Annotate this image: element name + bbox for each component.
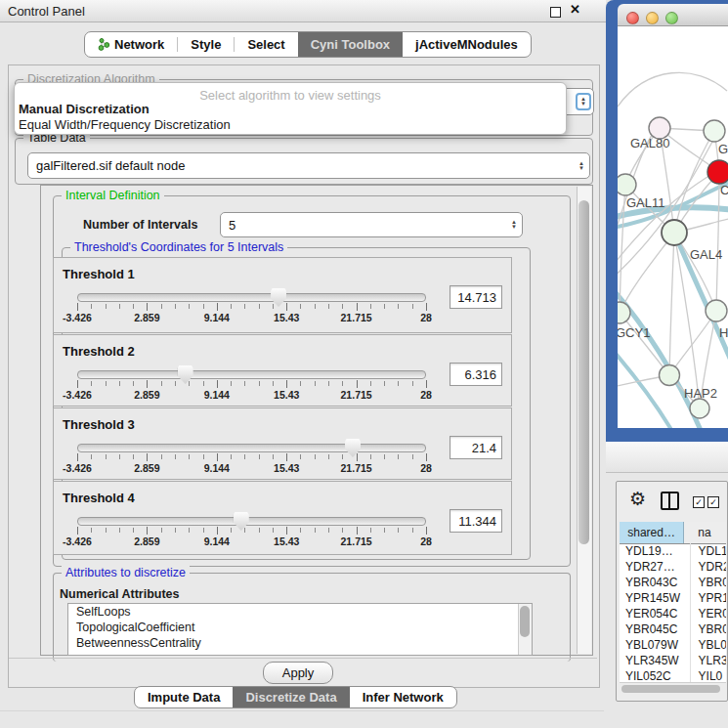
control-panel-titlebar: Control Panel ✕ <box>0 0 606 22</box>
threshold-label: Threshold 1 <box>63 267 135 281</box>
slider-tick-labels: -3.4262.8599.14415.4321.71528 <box>77 312 426 323</box>
table-panel-header: Table Panel <box>606 442 728 473</box>
combo-arrows-icon[interactable]: ▲▼ <box>511 220 517 230</box>
node-h[interactable] <box>706 300 727 321</box>
node-label-gal4: GAL4 <box>690 247 722 262</box>
node-gal11[interactable] <box>618 174 636 195</box>
tab-network[interactable]: Network <box>85 32 177 57</box>
node-g[interactable] <box>704 120 725 142</box>
dropdown-option-manual[interactable]: Manual Discretization <box>18 102 563 117</box>
node-label-hap2: HAP2 <box>684 386 717 401</box>
list-item[interactable]: SelfLoops <box>68 604 532 620</box>
list-item[interactable]: TopologicalCoefficient <box>68 620 532 635</box>
node-hap2[interactable] <box>660 365 680 386</box>
app-root: Control Panel ✕ Network Style Select Cyn… <box>0 0 728 728</box>
network-window-titlebar <box>618 4 728 26</box>
tab-impute-data[interactable]: Impute Data <box>135 687 233 707</box>
slider-track[interactable] <box>77 444 426 452</box>
table-rows: YDL19…YDL1 YDR27…YDR2 YBR043CYBR0 YPR145… <box>620 543 726 682</box>
intervals-combobox[interactable]: 5 ▲▼ <box>220 212 523 237</box>
apply-button[interactable]: Apply <box>263 662 333 684</box>
close-icon[interactable]: ✕ <box>570 2 580 17</box>
list-item[interactable]: BetweennessCentrality <box>68 635 532 651</box>
checkbox-icon[interactable]: ✓ <box>707 496 719 508</box>
algorithm-dropdown-popup: Select algorithm to view settings Manual… <box>14 82 567 135</box>
tab-jactivemnodules[interactable]: jActiveMNodules <box>403 32 531 57</box>
table-horizontal-scrollbar[interactable] <box>620 682 726 695</box>
slider-tick-labels: -3.4262.8599.14415.4321.71528 <box>77 535 426 547</box>
table-row[interactable]: YER054CYER0 <box>620 606 726 621</box>
node-label-partial-c: C <box>720 183 728 197</box>
dropdown-placeholder: Select algorithm to view settings <box>15 88 566 103</box>
tab-label: Cyni Toolbox <box>311 37 390 52</box>
combo-arrows-icon[interactable]: ▲▼ <box>576 93 591 110</box>
table-data-combobox[interactable]: galFiltered.sif default node ▲▼ <box>27 152 590 179</box>
node-partial[interactable] <box>690 399 709 418</box>
node-label-gcy1: GCY1 <box>618 325 650 340</box>
group-title: Attributes to discretize <box>62 566 190 579</box>
gear-icon[interactable]: ⚙ <box>629 488 646 510</box>
number-of-intervals-label: Number of Intervals <box>83 218 197 232</box>
threshold-value-field[interactable]: 6.316 <box>450 363 502 386</box>
dropdown-option-equal-width[interactable]: Equal Width/Frequency Discretization <box>18 117 563 133</box>
table-row[interactable]: YBR045CYBR0 <box>620 621 726 637</box>
split-view-icon[interactable] <box>661 492 679 510</box>
scrollbar-thumb[interactable] <box>578 200 589 544</box>
zoom-traffic-light[interactable] <box>665 12 678 24</box>
threshold-label: Threshold 3 <box>63 417 135 432</box>
threshold-value-field[interactable]: 11.344 <box>450 509 502 533</box>
column-header-name[interactable]: na <box>684 522 726 543</box>
tab-label: jActiveMNodules <box>415 37 518 52</box>
node-red-selected[interactable] <box>707 160 728 184</box>
column-header-shared[interactable]: shared… <box>620 522 684 543</box>
combo-value: galFiltered.sif default node <box>36 158 185 173</box>
tab-discretize-data[interactable]: Discretize Data <box>233 687 349 707</box>
node-label-gal11: GAL11 <box>626 195 665 210</box>
tab-infer-network[interactable]: Infer Network <box>350 687 456 707</box>
table-row[interactable]: YBL079WYBL0 <box>620 637 726 653</box>
network-icon <box>98 38 109 51</box>
network-canvas: GAL80 G C GAL11 GAL4 GCY1 H HAP2 <box>618 26 728 428</box>
panel-scrollbar[interactable] <box>577 187 591 654</box>
close-traffic-light[interactable] <box>626 12 639 24</box>
table-row[interactable]: YLR345WYLR3 <box>620 653 726 668</box>
table-row[interactable]: YDR27…YDR2 <box>620 559 726 575</box>
slider-major-ticks <box>77 453 426 461</box>
threshold-value-field[interactable]: 21.4 <box>450 436 502 459</box>
combo-arrows-icon[interactable]: ▲▼ <box>578 161 584 171</box>
combo-value: 5 <box>229 218 236 233</box>
slider-track[interactable] <box>77 517 426 526</box>
minimize-traffic-light[interactable] <box>646 12 659 24</box>
bottom-tab-bar: Impute Data Discretize Data Infer Networ… <box>134 686 457 708</box>
table-row[interactable]: YIL052CYIL0 <box>620 668 726 682</box>
threshold-value-field[interactable]: 14.713 <box>450 285 502 309</box>
list-scrollbar[interactable] <box>518 604 532 655</box>
tab-label: Discretize Data <box>245 690 336 705</box>
table-header-row: shared… na <box>620 522 726 544</box>
table-row[interactable]: YDL19…YDL1 <box>620 543 726 559</box>
table-row[interactable]: YPR145WYPR1 <box>620 590 726 606</box>
group-title: Threshold's Coordinates for 5 Intervals <box>70 240 287 254</box>
slider-track[interactable] <box>77 293 426 302</box>
attributes-group: Attributes to discretize Numerical Attri… <box>53 573 571 662</box>
float-window-icon[interactable] <box>550 7 561 18</box>
settings-scroll-panel: Interval Definition Number of Intervals … <box>40 185 593 656</box>
tab-label: Impute Data <box>148 690 220 705</box>
tab-style[interactable]: Style <box>178 32 234 57</box>
scrollbar-thumb[interactable] <box>621 685 720 693</box>
group-title: Interval Definition <box>62 189 164 202</box>
threshold-3-panel: Threshold 3 -3.4262.8599.14415.4321.7152… <box>53 407 512 480</box>
divider <box>9 658 597 659</box>
threshold-4-panel: Threshold 4 -3.4262.8599.14415.4321.7152… <box>53 481 512 555</box>
slider-major-ticks <box>77 527 426 535</box>
threshold-label: Threshold 4 <box>63 491 135 505</box>
cyni-toolbox-panel: Discretization Algorithm ▲▼ Table Data g… <box>8 64 600 688</box>
checkbox-icon[interactable]: ✓ <box>693 496 705 508</box>
tab-label: Infer Network <box>363 690 444 705</box>
table-row[interactable]: YBR043CYBR0 <box>620 575 726 590</box>
slider-tick-labels: -3.4262.8599.14415.4321.71528 <box>77 462 426 474</box>
tab-cyni-toolbox[interactable]: Cyni Toolbox <box>298 32 403 57</box>
tab-select[interactable]: Select <box>235 32 297 57</box>
slider-track[interactable] <box>77 370 426 379</box>
node-gal4[interactable] <box>662 220 687 245</box>
